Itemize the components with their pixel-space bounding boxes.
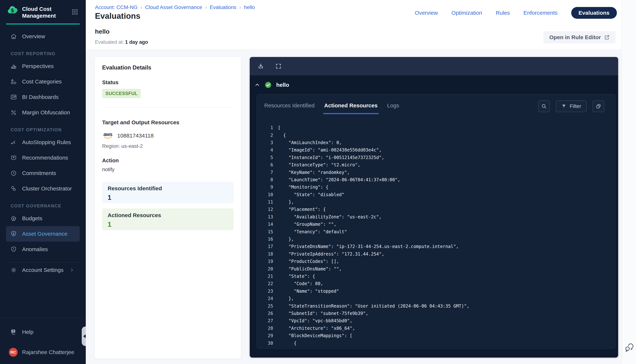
code-text: "BlockDeviceMappings": [ <box>278 333 353 338</box>
tab-enforcements[interactable]: Enforcements <box>524 10 558 16</box>
sidebar-item-autostopping-rules[interactable]: AutoStopping Rules <box>6 134 80 150</box>
sidebar-item-budgets[interactable]: $Budgets <box>6 211 80 226</box>
line-number: 23 <box>257 289 273 294</box>
code-text: { <box>278 341 296 346</box>
code-text: }, <box>278 200 294 204</box>
home-icon <box>10 33 17 40</box>
download-icon[interactable] <box>257 63 264 70</box>
section-label: COST OPTIMIZATION <box>0 120 86 134</box>
code-text: "Code": 80, <box>278 281 323 286</box>
sidebar-item-help[interactable]: ? Help <box>0 324 86 340</box>
sidebar-item-asset-governance[interactable]: $Asset Governance <box>6 226 80 242</box>
evaluation-viewer-panel: hello Resources IdentifiedActioned Resou… <box>250 57 618 358</box>
chevron-right-icon <box>69 268 74 272</box>
breadcrumb-item[interactable]: Account: CCM-NG <box>95 4 138 10</box>
metric-value: 1 <box>108 194 228 202</box>
sidebar-item-cost-categories[interactable]: Cost Categories <box>6 74 80 89</box>
aws-logo-icon: aws <box>102 132 114 139</box>
open-in-rule-editor-button[interactable]: Open in Rule Editor <box>543 31 615 44</box>
line-number: 15 <box>257 229 273 234</box>
sidebar-item-label: Budgets <box>22 215 42 222</box>
user-profile[interactable]: RC Rajarshee Chatterjee <box>0 344 86 361</box>
breadcrumb-item[interactable]: Cloud Asset Governance <box>145 4 202 10</box>
code-line: 12 "Placement": { <box>257 206 613 213</box>
code-text: "Architecture": "x86_64", <box>278 326 355 331</box>
metric-resources-identified: Resources Identified1 <box>102 182 233 203</box>
code-line: 3 "AmiLaunchIndex": 0, <box>257 139 613 146</box>
breadcrumb-item[interactable]: hello <box>244 4 255 10</box>
code-line: 17 "PrivateDnsName": "ip-172-31-44-254.u… <box>257 243 613 250</box>
code-text: "Monitoring": { <box>278 184 329 190</box>
piggy-icon: $ <box>10 215 17 222</box>
line-number: 9 <box>257 184 273 190</box>
line-number: 1 <box>257 125 273 130</box>
recommend-icon <box>10 154 17 161</box>
results-card: Resources IdentifiedActioned ResourcesLo… <box>257 94 615 349</box>
tab-overview[interactable]: Overview <box>415 10 438 16</box>
chevron-up-icon[interactable] <box>254 82 260 88</box>
right-gutter <box>622 0 636 364</box>
sidebar-item-label: Asset Governance <box>22 231 68 237</box>
code-line: 1[ <box>257 124 613 132</box>
code-text: "Name": "stopped" <box>278 289 339 294</box>
sidebar-item-label: Overview <box>22 33 45 40</box>
success-check-icon <box>265 82 271 88</box>
svg-text:?: ? <box>13 330 14 332</box>
sidebar-item-perspectives[interactable]: Perspectives <box>6 58 80 74</box>
sidebar-item-margin-obfuscation[interactable]: Margin Obfuscation <box>6 105 80 120</box>
code-text: "PrivateIpAddress": "172.31.44.254", <box>278 252 384 257</box>
sidebar-item-label: Commitments <box>22 170 56 176</box>
line-number: 8 <box>257 177 273 182</box>
copy-button[interactable] <box>592 100 604 112</box>
breadcrumb-item[interactable]: Evaluations <box>210 4 236 10</box>
sidebar-bottom: ? Help RC Rajarshee Chatterjee <box>0 318 86 361</box>
target-resources-label: Target and Output Resources <box>102 119 233 126</box>
cluster-icon <box>10 185 17 192</box>
code-line: 25 "StateTransitionReason": "User initia… <box>257 302 613 310</box>
sidebar-item-label: BI Dashboards <box>22 94 59 100</box>
tab-resources-identified[interactable]: Resources Identified <box>264 102 315 113</box>
sidebar-item-label: Cluster Orchestrator <box>22 186 72 192</box>
tab-logs[interactable]: Logs <box>387 102 399 113</box>
section-label: COST REPORTING <box>0 44 86 58</box>
metric-label: Resources Identified <box>108 185 228 192</box>
aws-account-row: aws 108817434118 <box>102 132 233 139</box>
top-nav: OverviewOptimizationRulesEnforcementsEva… <box>415 7 617 19</box>
copy-icon <box>595 103 601 109</box>
code-text: "SubnetId": "subnet-75fe9b39", <box>278 311 368 316</box>
sidebar-nav: OverviewCOST REPORTINGPerspectivesCost C… <box>0 29 86 278</box>
viewer-actions: Filter <box>538 100 604 112</box>
tab-rules[interactable]: Rules <box>496 10 510 16</box>
fullscreen-icon[interactable] <box>275 63 282 70</box>
filter-button[interactable]: Filter <box>556 100 587 112</box>
divider <box>102 107 233 108</box>
search-button[interactable] <box>538 100 550 112</box>
code-viewer[interactable]: 1[2 {3 "AmiLaunchIndex": 0,4 "ImageId": … <box>257 124 613 347</box>
code-line: 9 "Monitoring": { <box>257 184 613 191</box>
sidebar-item-recommendations[interactable]: Recommendations <box>6 150 80 166</box>
code-line: 24 }, <box>257 295 613 302</box>
code-line: 14 "GroupName": "", <box>257 220 613 228</box>
sidebar-item-bi-dashboards[interactable]: BI Dashboards <box>6 89 80 105</box>
sidebar-item-commitments[interactable]: Commitments <box>6 166 80 181</box>
sidebar-item-overview[interactable]: Overview <box>6 29 80 44</box>
module-grid-icon[interactable] <box>71 8 78 16</box>
filter-label: Filter <box>570 103 581 109</box>
sidebar-item-account-settings[interactable]: Account Settings <box>6 262 80 278</box>
code-line: 23 "Name": "stopped" <box>257 288 613 295</box>
line-number: 14 <box>257 222 273 227</box>
sidebar-item-label: Anomalies <box>22 246 48 252</box>
code-text: "AmiLaunchIndex": 0, <box>278 140 342 145</box>
code-text: }, <box>278 236 294 242</box>
line-number: 24 <box>257 296 273 301</box>
tab-optimization[interactable]: Optimization <box>451 10 482 16</box>
feedback-chat-icon[interactable] <box>624 343 634 352</box>
line-number: 13 <box>257 214 273 220</box>
tab-evaluations[interactable]: Evaluations <box>571 7 617 19</box>
sidebar-item-anomalies[interactable]: !Anomalies <box>6 242 80 257</box>
breadcrumb-separator: › <box>205 4 207 10</box>
line-number: 30 <box>257 341 273 346</box>
aws-account-id: 108817434118 <box>117 132 154 139</box>
sidebar-item-cluster-orchestrator[interactable]: Cluster Orchestrator <box>6 181 80 196</box>
tab-actioned-resources[interactable]: Actioned Resources <box>324 102 378 113</box>
